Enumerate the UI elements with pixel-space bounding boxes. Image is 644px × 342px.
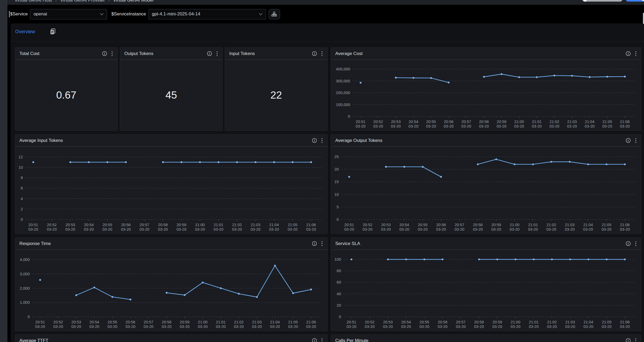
panel-header[interactable]: Service SLA — [331, 238, 641, 250]
svg-text:21:00: 21:00 — [198, 320, 207, 324]
svg-text:21:06: 21:06 — [620, 120, 630, 124]
svg-text:03-20: 03-20 — [514, 124, 524, 128]
instance-variable-select[interactable]: gpt-4.1-mini-2025-04-14 — [149, 9, 266, 19]
info-icon[interactable] — [625, 137, 632, 144]
svg-text:80: 80 — [337, 268, 341, 273]
panel-title: Average Cost — [335, 51, 363, 56]
info-icon[interactable] — [625, 50, 632, 57]
svg-text:20:51: 20:51 — [347, 320, 356, 324]
svg-text:6: 6 — [21, 186, 23, 190]
svg-text:20:53: 20:53 — [71, 320, 81, 324]
svg-text:21:00: 21:00 — [511, 320, 520, 324]
info-icon[interactable] — [625, 337, 632, 342]
panel-header[interactable]: Calls Per Minute — [331, 335, 641, 342]
panel-header[interactable]: Response Time — [15, 238, 327, 250]
svg-text:20:57: 20:57 — [456, 320, 465, 324]
svg-text:03-20: 03-20 — [585, 124, 595, 128]
svg-text:20:52: 20:52 — [47, 223, 57, 227]
svg-text:03-20: 03-20 — [158, 227, 168, 231]
kebab-menu-icon[interactable] — [633, 137, 638, 144]
svg-text:5: 5 — [337, 205, 339, 209]
svg-text:400,000: 400,000 — [336, 67, 350, 71]
svg-text:20:59: 20:59 — [497, 120, 506, 124]
kebab-menu-icon[interactable] — [633, 240, 638, 247]
primary-action-button[interactable] — [626, 0, 644, 2]
topology-view-button[interactable] — [269, 9, 280, 19]
svg-text:2: 2 — [21, 207, 23, 211]
breadcrumb-item-provider[interactable]: Virtual GenAI Provider — [60, 0, 105, 3]
kebab-menu-icon[interactable] — [633, 337, 638, 342]
scrollbar-thumb[interactable] — [643, 13, 644, 24]
svg-text:20:55: 20:55 — [103, 223, 112, 227]
svg-text:03-20: 03-20 — [565, 324, 575, 329]
stat-value: 0.67 — [56, 89, 77, 101]
panel-header[interactable]: Average Input Tokens — [15, 134, 327, 147]
info-icon[interactable] — [206, 50, 213, 57]
svg-text:8: 8 — [21, 175, 23, 180]
svg-text:20:54: 20:54 — [84, 223, 94, 227]
svg-text:21:04: 21:04 — [585, 120, 594, 124]
toggle-pill-button[interactable] — [582, 0, 622, 2]
kebab-menu-icon[interactable] — [319, 137, 325, 144]
svg-text:03-20: 03-20 — [529, 324, 539, 329]
kebab-menu-icon[interactable] — [214, 50, 220, 57]
svg-text:03-20: 03-20 — [251, 227, 260, 231]
kebab-menu-icon[interactable] — [319, 240, 325, 247]
svg-text:21:01: 21:01 — [529, 320, 539, 324]
breadcrumb-item-host[interactable]: Virtual GenAI Host — [15, 0, 52, 3]
svg-text:21:02: 21:02 — [546, 223, 556, 227]
service-variable-select[interactable]: openai — [30, 9, 107, 19]
svg-text:21:04: 21:04 — [270, 320, 280, 324]
svg-text:21:02: 21:02 — [550, 120, 559, 124]
breadcrumb-item-model[interactable]: Virtual GenAI Model — [113, 0, 154, 3]
svg-text:03-20: 03-20 — [492, 324, 502, 329]
kebab-menu-icon[interactable] — [109, 50, 115, 57]
svg-text:21:04: 21:04 — [269, 223, 279, 227]
svg-text:20:59: 20:59 — [180, 320, 189, 324]
info-icon[interactable] — [311, 240, 318, 247]
svg-text:20:58: 20:58 — [474, 320, 484, 324]
svg-text:03-20: 03-20 — [252, 324, 262, 329]
panel-input-tokens: Input Tokens 22 — [225, 47, 328, 131]
panel-header[interactable]: Output Tokens — [120, 48, 222, 60]
info-icon[interactable] — [311, 337, 318, 342]
svg-text:03-20: 03-20 — [344, 227, 354, 231]
time-series-chart: 02040608010020:5103-2020:5203-2020:5303-… — [331, 250, 641, 331]
panel-header[interactable]: Total Cost — [15, 48, 117, 60]
breadcrumb: Virtual GenAI Host › Virtual GenAI Provi… — [15, 0, 153, 3]
panel-average-input-tokens: Average Input Tokens 02468101220:5103-20… — [15, 134, 328, 234]
info-icon[interactable] — [311, 137, 318, 144]
panel-header[interactable]: Average TTFT — [15, 335, 327, 342]
svg-text:20:57: 20:57 — [139, 223, 149, 227]
svg-text:20:55: 20:55 — [418, 223, 427, 227]
copy-dashboard-icon[interactable] — [49, 28, 56, 35]
svg-text:03-20: 03-20 — [195, 227, 205, 231]
svg-text:21:04: 21:04 — [583, 223, 593, 227]
panel-header[interactable]: Average Output Tokens — [331, 134, 641, 147]
svg-text:03-20: 03-20 — [306, 324, 316, 329]
svg-text:20:59: 20:59 — [177, 223, 186, 227]
svg-text:25: 25 — [334, 154, 339, 159]
collapsed-sidebar[interactable] — [0, 0, 7, 342]
svg-text:03-20: 03-20 — [473, 227, 483, 231]
kebab-menu-icon[interactable] — [633, 50, 638, 57]
panel-header[interactable]: Input Tokens — [225, 48, 327, 60]
info-icon[interactable] — [625, 240, 632, 247]
tab-overview[interactable]: Overview — [15, 29, 35, 35]
svg-text:03-20: 03-20 — [620, 227, 630, 231]
svg-text:03-20: 03-20 — [620, 324, 630, 329]
chevron-down-icon — [255, 13, 262, 15]
stat-value: 22 — [270, 89, 282, 101]
svg-text:21:05: 21:05 — [602, 320, 611, 324]
svg-text:03-20: 03-20 — [420, 324, 429, 329]
svg-text:21:05: 21:05 — [288, 223, 297, 227]
svg-text:21:03: 21:03 — [567, 120, 577, 124]
svg-text:4: 4 — [21, 196, 23, 201]
kebab-menu-icon[interactable] — [319, 50, 325, 57]
kebab-menu-icon[interactable] — [319, 337, 325, 342]
info-icon[interactable] — [311, 50, 318, 57]
panel-header[interactable]: Average Cost — [331, 48, 641, 60]
svg-text:03-20: 03-20 — [511, 324, 520, 329]
info-icon[interactable] — [101, 50, 108, 57]
svg-text:21:01: 21:01 — [532, 120, 541, 124]
